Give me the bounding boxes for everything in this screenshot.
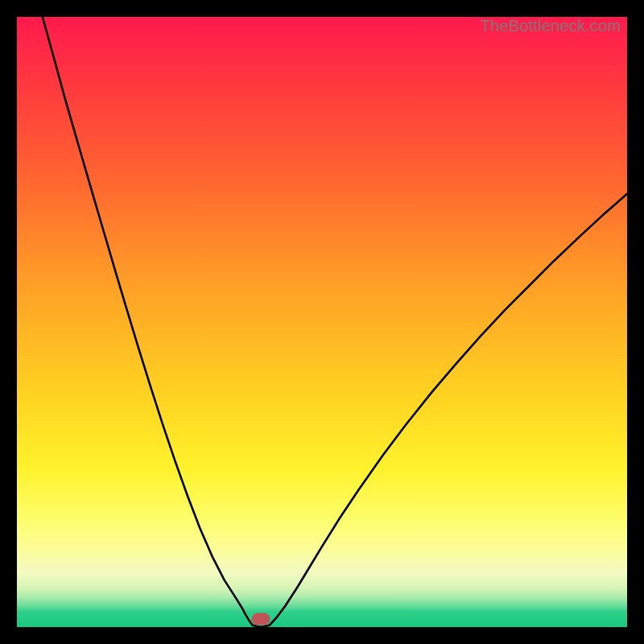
bottleneck-curve <box>43 17 627 627</box>
plot-area: TheBottleneck.com <box>17 17 627 627</box>
frame: TheBottleneck.com <box>0 0 644 644</box>
curve-layer <box>17 17 627 627</box>
valley-marker <box>252 613 270 625</box>
watermark-text: TheBottleneck.com <box>480 17 621 35</box>
